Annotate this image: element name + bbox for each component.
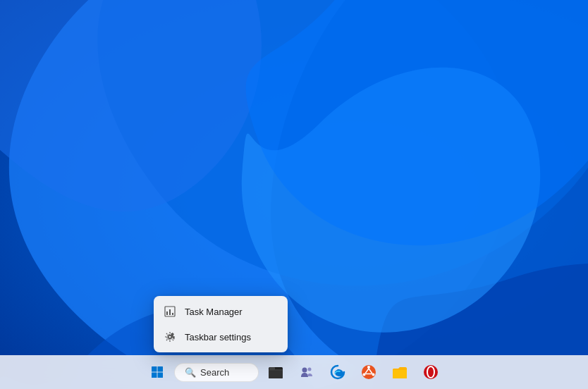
taskbar-file-explorer-black[interactable]: [262, 358, 290, 386]
svg-rect-10: [158, 373, 164, 378]
svg-point-18: [363, 373, 366, 376]
svg-rect-3: [169, 309, 171, 315]
svg-rect-2: [166, 311, 168, 315]
svg-point-15: [308, 368, 312, 371]
search-bar[interactable]: 🔍 Search: [174, 363, 259, 382]
svg-rect-21: [393, 370, 407, 378]
svg-point-6: [169, 335, 171, 338]
svg-rect-9: [152, 373, 157, 378]
taskbar-files[interactable]: [386, 358, 414, 386]
context-menu: Task Manager Taskbar settings: [154, 296, 288, 352]
svg-point-17: [367, 366, 370, 369]
search-icon: 🔍: [185, 367, 196, 378]
svg-rect-7: [152, 366, 157, 372]
svg-rect-13: [269, 367, 275, 370]
start-button[interactable]: [143, 358, 171, 386]
context-menu-task-manager[interactable]: Task Manager: [154, 299, 288, 324]
context-menu-taskbar-settings[interactable]: Taskbar settings: [154, 324, 288, 350]
taskbar-ubuntu[interactable]: [355, 358, 383, 386]
taskbar: 🔍 Search: [0, 355, 588, 389]
svg-point-14: [302, 368, 307, 373]
task-manager-icon: [164, 305, 176, 318]
taskbar-center: 🔍 Search: [143, 358, 445, 386]
svg-rect-4: [172, 313, 173, 315]
taskbar-opera[interactable]: [417, 358, 445, 386]
svg-point-19: [372, 373, 375, 376]
taskbar-edge[interactable]: [324, 358, 352, 386]
desktop: Task Manager Taskbar settings: [0, 0, 588, 389]
settings-icon: [164, 331, 176, 343]
taskbar-teams-chat[interactable]: [293, 358, 321, 386]
taskbar-settings-label: Taskbar settings: [185, 332, 251, 342]
svg-rect-8: [158, 366, 164, 372]
svg-rect-12: [269, 369, 283, 378]
search-label: Search: [200, 367, 229, 378]
task-manager-label: Task Manager: [185, 307, 243, 317]
